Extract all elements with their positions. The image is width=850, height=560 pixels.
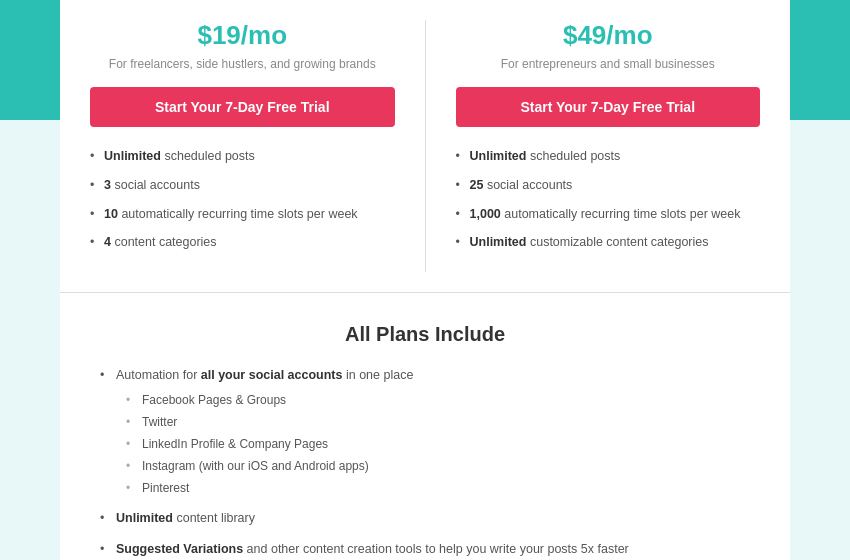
pricing-section: $19/mo For freelancers, side hustlers, a… <box>60 0 790 293</box>
plan-right-feature-4-bold: Unlimited <box>470 235 527 249</box>
plan-left-price: $19/mo <box>90 20 395 51</box>
plan-left-feature-1-bold: Unlimited <box>104 149 161 163</box>
plan-right-desc: For entrepreneurs and small businesses <box>456 57 761 71</box>
plan-right: $49/mo For entrepreneurs and small busin… <box>426 0 791 292</box>
plan-left-desc: For freelancers, side hustlers, and grow… <box>90 57 395 71</box>
all-plans-item-1: Automation for all your social accounts … <box>100 366 750 497</box>
plan-right-feature-3-bold: 1,000 <box>470 207 501 221</box>
sublist-facebook: Facebook Pages & Groups <box>126 391 750 409</box>
all-plans-item-2-bold: Unlimited <box>116 511 173 525</box>
plan-left-feature-3-bold: 10 <box>104 207 118 221</box>
plan-right-feature-1-bold: Unlimited <box>470 149 527 163</box>
teal-left-accent <box>0 0 60 120</box>
plan-left-feature-4-bold: 4 <box>104 235 111 249</box>
plan-left-feature-2: 3 social accounts <box>90 176 395 195</box>
plan-right-cta-button[interactable]: Start Your 7-Day Free Trial <box>456 87 761 127</box>
plan-right-feature-2-bold: 25 <box>470 178 484 192</box>
plan-right-feature-2: 25 social accounts <box>456 176 761 195</box>
all-plans-section: All Plans Include Automation for all you… <box>60 293 790 560</box>
plan-left-features: Unlimited scheduled posts 3 social accou… <box>90 147 395 252</box>
sublist-twitter: Twitter <box>126 413 750 431</box>
plan-right-features: Unlimited scheduled posts 25 social acco… <box>456 147 761 252</box>
all-plans-list: Automation for all your social accounts … <box>100 366 750 560</box>
plan-left-cta-button[interactable]: Start Your 7-Day Free Trial <box>90 87 395 127</box>
all-plans-item-3: Suggested Variations and other content c… <box>100 540 750 559</box>
all-plans-item-1-bold: all your social accounts <box>201 368 343 382</box>
sublist-pinterest: Pinterest <box>126 479 750 497</box>
plan-left-feature-2-bold: 3 <box>104 178 111 192</box>
plan-right-feature-4: Unlimited customizable content categorie… <box>456 233 761 252</box>
plan-right-price: $49/mo <box>456 20 761 51</box>
plan-left-feature-4: 4 content categories <box>90 233 395 252</box>
social-accounts-sublist: Facebook Pages & Groups Twitter LinkedIn… <box>126 391 750 497</box>
sublist-instagram: Instagram (with our iOS and Android apps… <box>126 457 750 475</box>
page-wrapper: $19/mo For freelancers, side hustlers, a… <box>60 0 790 560</box>
plan-left: $19/mo For freelancers, side hustlers, a… <box>60 0 425 292</box>
all-plans-item-2: Unlimited content library <box>100 509 750 528</box>
all-plans-item-3-bold: Suggested Variations <box>116 542 243 556</box>
plan-right-feature-1: Unlimited scheduled posts <box>456 147 761 166</box>
plan-left-feature-3: 10 automatically recurring time slots pe… <box>90 205 395 224</box>
plan-left-feature-1: Unlimited scheduled posts <box>90 147 395 166</box>
all-plans-title: All Plans Include <box>100 323 750 346</box>
plan-right-feature-3: 1,000 automatically recurring time slots… <box>456 205 761 224</box>
sublist-linkedin: LinkedIn Profile & Company Pages <box>126 435 750 453</box>
teal-right-accent <box>790 0 850 120</box>
